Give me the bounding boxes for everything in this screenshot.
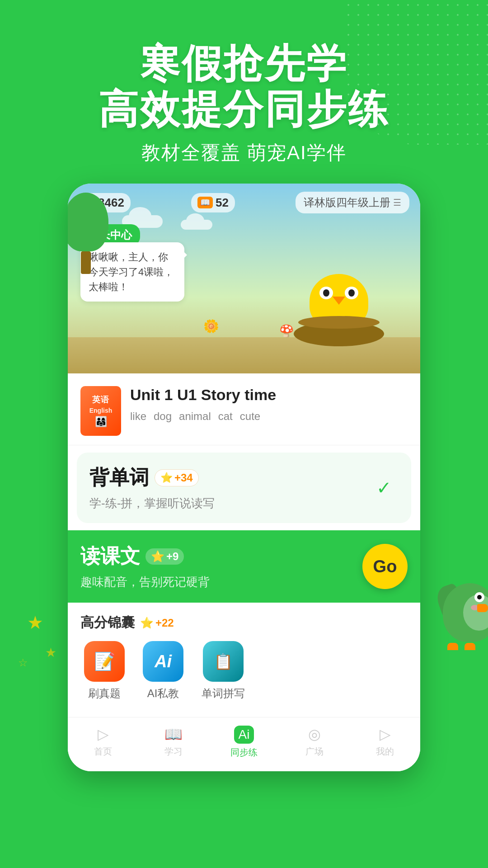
phone-frame: ★ 8462 📖 52 译林版四年级上册 ☰ 成长中心 啾啾啾，主人，你今天学习… bbox=[68, 184, 420, 771]
reading-points-star-icon: ⭐ bbox=[151, 550, 164, 563]
star-decoration-3: ☆ bbox=[18, 656, 28, 669]
parrot-beak bbox=[477, 604, 488, 612]
vocab-title-text: 背单词 bbox=[89, 464, 149, 491]
home-nav-icon: ▷ bbox=[98, 726, 109, 743]
book-tag-2: animal bbox=[179, 410, 211, 423]
chick-pupil-right bbox=[348, 289, 355, 297]
nav-label-home: 首页 bbox=[94, 745, 112, 758]
chick-pupil-left bbox=[323, 289, 329, 297]
feature-label-1: AI私教 bbox=[147, 686, 179, 701]
tree-left-trunk bbox=[81, 251, 91, 274]
content-area: 英语 English 👨‍👩‍👧 Unit 1 U1 Story time li… bbox=[68, 373, 420, 771]
flower-decoration: 🌼 bbox=[203, 319, 219, 334]
book-info: Unit 1 U1 Story time like dog animal cat… bbox=[130, 386, 408, 423]
textbook-label[interactable]: 译林版四年级上册 ☰ bbox=[296, 192, 409, 213]
nav-item-profile[interactable]: ▷ 我的 bbox=[350, 726, 420, 759]
star-decoration-1: ★ bbox=[27, 612, 43, 633]
high-score-title: 高分锦囊 bbox=[80, 613, 135, 632]
tree-left-canopy bbox=[68, 193, 108, 251]
reading-title-row: 读课文 ⭐ +9 bbox=[80, 543, 210, 570]
vocab-title-row: 背单词 ⭐ +34 bbox=[89, 464, 215, 491]
chick-eye-right bbox=[345, 287, 358, 299]
nav-item-plaza[interactable]: ◎ 广场 bbox=[279, 726, 350, 759]
parrot-foot-left bbox=[447, 643, 458, 650]
hero-subtitle-text: 教材全覆盖 萌宠AI学伴 bbox=[141, 142, 346, 163]
reading-card[interactable]: 读课文 ⭐ +9 趣味配音，告别死记硬背 Go bbox=[68, 530, 420, 603]
mushroom-decoration: 🍄 bbox=[279, 324, 294, 338]
book-cover-subject-en: 英语 bbox=[92, 394, 109, 405]
vocab-check-icon: ✓ bbox=[370, 473, 399, 502]
chick-eye-left bbox=[319, 287, 333, 299]
parrot-foot-right bbox=[465, 643, 475, 650]
vocab-card[interactable]: 背单词 ⭐ +34 学-练-拼，掌握听说读写 ✓ bbox=[77, 453, 411, 523]
feature-label-0: 刷真题 bbox=[88, 686, 121, 701]
parrot-mascot bbox=[434, 570, 488, 651]
book-cover-figures: 👨‍👩‍👧 bbox=[95, 416, 107, 428]
parrot-feet bbox=[447, 643, 475, 650]
feature-item-0[interactable]: 📝 刷真题 bbox=[84, 641, 125, 701]
feature-item-1[interactable]: Ai AI私教 bbox=[143, 641, 183, 701]
feature-icon-spelling-symbol: 📋 bbox=[214, 652, 233, 670]
book-tag-1: dog bbox=[154, 410, 172, 423]
phone-wrapper: ★ 8462 📖 52 译林版四年级上册 ☰ 成长中心 啾啾啾，主人，你今天学习… bbox=[68, 184, 420, 771]
cloud-2 bbox=[181, 220, 212, 230]
high-score-points-value: +22 bbox=[155, 617, 174, 629]
book-stat: 📖 52 bbox=[191, 193, 235, 212]
nav-label-plaza: 广场 bbox=[305, 745, 324, 758]
feature-icon-spelling: 📋 bbox=[203, 641, 244, 682]
plaza-nav-icon: ◎ bbox=[308, 726, 321, 743]
vocab-description: 学-练-拼，掌握听说读写 bbox=[89, 495, 215, 511]
chick-nest bbox=[294, 321, 384, 346]
study-nav-icon: 📖 bbox=[164, 726, 183, 743]
reading-title-text: 读课文 bbox=[80, 543, 140, 570]
nav-label-sync: 同步练 bbox=[230, 746, 258, 759]
sync-nav-icon: Ai bbox=[234, 726, 254, 744]
high-score-header: 高分锦囊 ⭐ +22 bbox=[80, 613, 408, 632]
bottom-nav: ▷ 首页 📖 学习 Ai 同步练 ◎ 广场 ▷ 我的 bbox=[68, 717, 420, 771]
reading-description: 趣味配音，告别死记硬背 bbox=[80, 574, 210, 590]
vocab-card-left: 背单词 ⭐ +34 学-练-拼，掌握听说读写 bbox=[89, 464, 215, 511]
feature-icon-ai: Ai bbox=[143, 641, 183, 682]
vocab-points-star-icon: ⭐ bbox=[160, 472, 173, 484]
hero-subtitle: 教材全覆盖 萌宠AI学伴 bbox=[0, 140, 488, 165]
hero-section: 寒假抢先学 高效提分同步练 教材全覆盖 萌宠AI学伴 bbox=[0, 0, 488, 184]
nav-item-study[interactable]: 📖 学习 bbox=[138, 726, 209, 759]
go-button-label: Go bbox=[373, 557, 397, 576]
stats-bar: ★ 8462 📖 52 译林版四年级上册 ☰ bbox=[68, 184, 420, 213]
chick-beak bbox=[333, 297, 345, 305]
menu-icon: ☰ bbox=[393, 197, 401, 208]
parrot-pupil bbox=[477, 595, 482, 599]
star-decoration-2: ★ bbox=[45, 645, 56, 660]
feature-icon-ai-symbol: Ai bbox=[155, 652, 172, 671]
book-tags: like dog animal cat cute bbox=[130, 410, 408, 423]
tree-left bbox=[68, 193, 113, 274]
chick-character bbox=[294, 256, 384, 346]
feature-label-2: 单词拼写 bbox=[202, 686, 245, 701]
nav-item-home[interactable]: ▷ 首页 bbox=[68, 726, 138, 759]
feature-icon-exam: 📝 bbox=[84, 641, 125, 682]
book-cover-image: 英语 English 👨‍👩‍👧 bbox=[80, 386, 121, 436]
game-area: ★ 8462 📖 52 译林版四年级上册 ☰ 成长中心 啾啾啾，主人，你今天学习… bbox=[68, 184, 420, 373]
book-cover-subject: English bbox=[89, 407, 113, 414]
book-tag-0: like bbox=[130, 410, 146, 423]
reading-points-badge: ⭐ +9 bbox=[145, 548, 184, 565]
features-grid: 📝 刷真题 Ai AI私教 📋 单词拼写 bbox=[80, 641, 408, 701]
parrot-eye bbox=[474, 592, 484, 602]
high-score-points: ⭐ +22 bbox=[140, 617, 174, 629]
book-card[interactable]: 英语 English 👨‍👩‍👧 Unit 1 U1 Story time li… bbox=[68, 373, 420, 445]
nav-label-study: 学习 bbox=[164, 745, 183, 758]
book-icon: 📖 bbox=[197, 197, 213, 208]
high-score-star-icon: ⭐ bbox=[140, 617, 154, 629]
reading-card-left: 读课文 ⭐ +9 趣味配音，告别死记硬背 bbox=[80, 543, 210, 590]
high-score-section: 高分锦囊 ⭐ +22 📝 刷真题 Ai bbox=[68, 603, 420, 708]
reading-points-value: +9 bbox=[166, 550, 178, 563]
book-tag-3: cat bbox=[218, 410, 233, 423]
feature-item-2[interactable]: 📋 单词拼写 bbox=[202, 641, 245, 701]
nav-item-sync[interactable]: Ai 同步练 bbox=[209, 726, 279, 759]
vocab-points-badge: ⭐ +34 bbox=[155, 469, 199, 486]
hero-title-line2: 高效提分同步练 bbox=[0, 86, 488, 132]
feature-icon-exam-symbol: 📝 bbox=[94, 651, 115, 671]
go-button[interactable]: Go bbox=[362, 544, 408, 589]
vocab-points-value: +34 bbox=[174, 472, 193, 484]
textbook-name: 译林版四年级上册 bbox=[304, 195, 390, 210]
